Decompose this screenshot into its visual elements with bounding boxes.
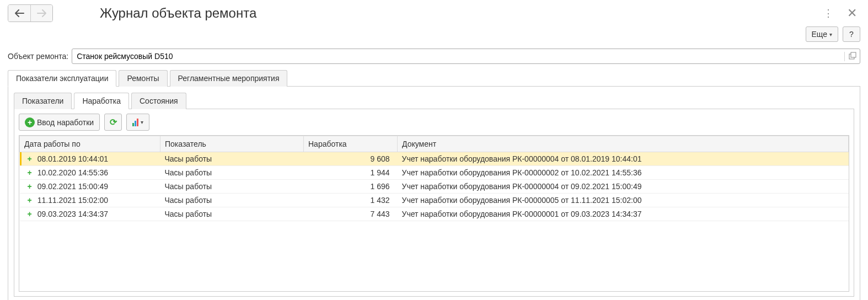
column-header[interactable]: Показатель xyxy=(160,136,304,152)
inner-tab-2[interactable]: Состояния xyxy=(131,93,186,109)
main-panel: ПоказателиНаработкаСостояния + Ввод нара… xyxy=(8,87,860,300)
chevron-down-icon: ▾ xyxy=(141,119,143,125)
inner-tabs: ПоказателиНаработкаСостояния xyxy=(14,92,854,109)
plus-icon: + xyxy=(25,117,35,127)
add-hours-label: Ввод наработки xyxy=(37,118,94,127)
more-button[interactable]: Еще ▾ xyxy=(806,26,839,42)
table-row[interactable]: +09.03.2023 14:34:37Часы работы7 443Учет… xyxy=(20,207,849,221)
repair-object-input[interactable] xyxy=(72,50,844,63)
column-header[interactable]: Документ xyxy=(398,136,849,152)
chart-icon xyxy=(132,119,138,126)
nav-buttons xyxy=(8,4,53,22)
table-row[interactable]: +08.01.2019 10:44:01Часы работы9 608Учет… xyxy=(20,152,849,166)
main-tabs: Показатели эксплуатацииРемонтыРегламентн… xyxy=(8,69,860,87)
table-row[interactable]: +09.02.2021 15:00:49Часы работы1 696Учет… xyxy=(20,180,849,194)
chevron-down-icon: ▾ xyxy=(829,31,832,38)
open-reference-icon[interactable] xyxy=(844,52,860,61)
help-button-label: ? xyxy=(849,30,854,39)
row-status-icon: + xyxy=(28,210,32,218)
svg-rect-1 xyxy=(851,52,856,57)
row-status-icon: + xyxy=(28,182,32,191)
row-status-icon: + xyxy=(28,168,32,177)
data-grid[interactable]: Дата работы поПоказательНаработкаДокумен… xyxy=(19,135,849,292)
main-tab-2[interactable]: Регламентные мероприятия xyxy=(170,70,288,87)
repair-object-field[interactable] xyxy=(72,49,860,64)
back-button[interactable] xyxy=(8,5,30,22)
column-header[interactable]: Наработка xyxy=(304,136,398,152)
add-hours-button[interactable]: + Ввод наработки xyxy=(19,114,100,131)
inner-panel: + Ввод наработки ⟳ ▾ Дата работы поПоказ… xyxy=(14,109,854,297)
column-header[interactable]: Дата работы по xyxy=(20,136,160,152)
row-status-icon: + xyxy=(28,196,32,205)
more-button-label: Еще xyxy=(812,30,828,39)
main-tab-0[interactable]: Показатели эксплуатации xyxy=(8,70,116,87)
forward-button[interactable] xyxy=(30,5,52,22)
row-status-icon: + xyxy=(28,154,32,163)
close-icon[interactable]: ✕ xyxy=(844,6,860,20)
table-row[interactable]: +10.02.2020 14:55:36Часы работы1 944Учет… xyxy=(20,166,849,180)
refresh-button[interactable]: ⟳ xyxy=(104,114,122,131)
page-title: Журнал объекта ремонта xyxy=(100,6,823,21)
repair-object-label: Объект ремонта: xyxy=(8,52,68,61)
table-row[interactable]: +11.11.2021 15:02:00Часы работы1 432Учет… xyxy=(20,194,849,207)
inner-tab-0[interactable]: Показатели xyxy=(14,93,72,109)
chart-button[interactable]: ▾ xyxy=(126,114,149,131)
inner-tab-1[interactable]: Наработка xyxy=(74,93,129,109)
main-tab-1[interactable]: Ремонты xyxy=(119,70,167,87)
refresh-icon: ⟳ xyxy=(110,117,117,127)
kebab-menu-icon[interactable]: ⋮ xyxy=(823,7,834,19)
help-button[interactable]: ? xyxy=(843,26,860,42)
